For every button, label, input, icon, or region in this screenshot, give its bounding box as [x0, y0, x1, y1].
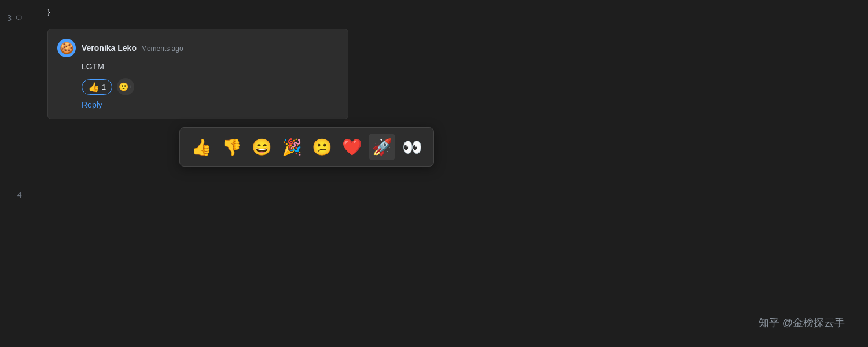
line-numbers: 3 4: [0, 0, 46, 347]
comment-header: 🍪 Veronika Leko Moments ago: [57, 39, 339, 57]
avatar: 🍪: [57, 39, 76, 57]
comment-time: Moments ago: [141, 45, 183, 53]
emoji-confused[interactable]: 😕: [308, 134, 335, 160]
comment-thread: 🍪 Veronika Leko Moments ago LGTM 👍 1 🙂 +…: [47, 29, 348, 119]
add-reaction-button[interactable]: 🙂 +: [117, 78, 134, 95]
emoji-grinning[interactable]: 😄: [248, 134, 275, 160]
comment-author: Veronika Leko: [82, 43, 137, 53]
line-number-3: 3: [0, 6, 29, 25]
emoji-eyes[interactable]: 👀: [399, 134, 425, 160]
avatar-emoji: 🍪: [60, 42, 74, 54]
watermark: 知乎 @金榜探云手: [759, 316, 845, 330]
thumbs-up-emoji: 👍: [88, 82, 100, 93]
emoji-rocket[interactable]: 🚀: [369, 134, 395, 160]
line-number-space: [0, 25, 29, 187]
emoji-picker: 👍 👎 😄 🎉 😕 ❤️ 🚀 👀: [179, 127, 434, 167]
emoji-thumbs-up[interactable]: 👍: [188, 134, 215, 160]
emoji-thumbs-down[interactable]: 👎: [218, 134, 245, 160]
code-line-3: }: [46, 0, 868, 20]
emoji-heart[interactable]: ❤️: [339, 134, 365, 160]
line-number-4: 4: [0, 187, 29, 202]
comment-meta: Veronika Leko Moments ago: [82, 43, 183, 53]
reaction-count: 1: [102, 83, 106, 91]
thumbs-up-reaction-button[interactable]: 👍 1: [82, 79, 112, 95]
comment-actions: 👍 1 🙂 +: [82, 78, 339, 95]
comment-body: LGTM: [82, 62, 339, 71]
comment-icon: [16, 13, 22, 23]
add-reaction-icon: 🙂: [119, 82, 128, 91]
reply-button[interactable]: Reply: [82, 100, 102, 109]
emoji-party[interactable]: 🎉: [278, 134, 305, 160]
add-reaction-plus: +: [129, 83, 133, 90]
